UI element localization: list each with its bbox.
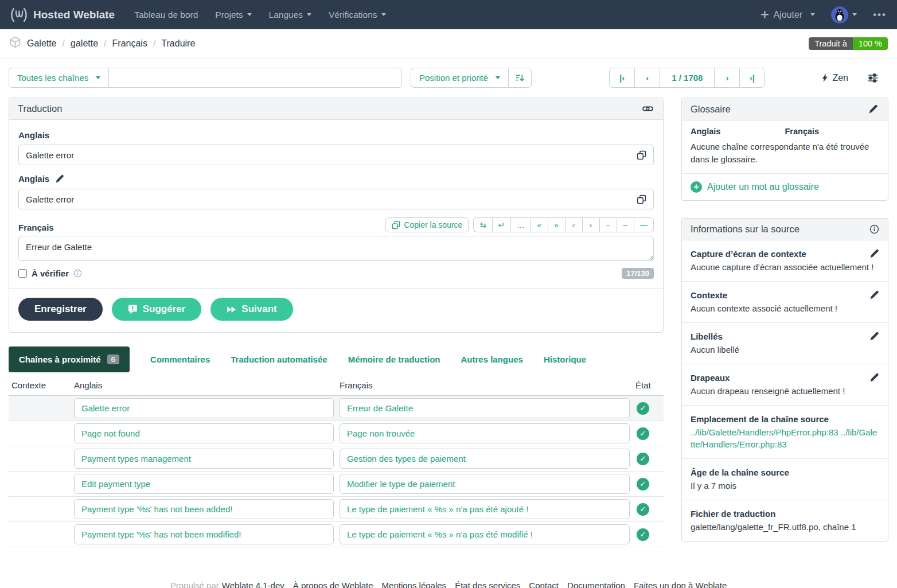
insert-emdash-button[interactable]: — (634, 217, 654, 232)
pencil-icon (870, 290, 879, 299)
tab-comments[interactable]: Commentaires (150, 355, 210, 364)
breadcrumb-action[interactable]: Traduire (161, 38, 195, 49)
next-page-button[interactable]: › (714, 68, 739, 88)
nearby-english-string[interactable]: Galette error (74, 398, 334, 418)
table-row: Edit payment type Modifier le type de pa… (9, 472, 664, 497)
breadcrumb-language[interactable]: Français (112, 38, 147, 49)
footer-documentation-link[interactable]: Documentation (567, 581, 625, 588)
footer-legal-link[interactable]: Mentions légales (382, 581, 447, 588)
insert-tab-button[interactable]: ⇆ (473, 217, 492, 232)
project-icon (9, 36, 21, 50)
nav-languages[interactable]: Langues (269, 10, 311, 20)
detail-tabs: Chaînes à proximité 6 Commentaires Tradu… (9, 346, 664, 372)
chevron-down-icon (247, 13, 252, 16)
editable-source-field[interactable]: Galette error (18, 189, 654, 209)
edit-glossary-pencil-button[interactable] (868, 103, 879, 115)
edit-labels-pencil-button[interactable] (869, 330, 880, 342)
add-glossary-term-link[interactable]: + Ajouter un mot au glossaire (682, 174, 888, 200)
fast-forward-icon (227, 306, 236, 313)
page-footer: Propulsé par Weblate 4.1-dev À propos de… (0, 581, 897, 588)
nav-checks[interactable]: Vérifications (329, 10, 385, 20)
editable-source-label: Anglais (18, 173, 654, 184)
first-page-button[interactable]: |‹ (609, 68, 634, 88)
breadcrumb-project[interactable]: Galette (27, 38, 57, 49)
insert-newline-button[interactable]: ↵ (492, 217, 510, 232)
source-info-flags: Drapeaux Aucun drapeau renseigné actuell… (682, 364, 888, 405)
copy-icon (637, 150, 646, 160)
nearby-english-string[interactable]: Edit payment type (74, 474, 334, 494)
next-button[interactable]: Suivant (210, 298, 292, 321)
breadcrumb-row: Galette / galette / Français / Traduire … (0, 29, 897, 59)
nearby-french-string[interactable]: Le type de paiement « %s » n'a pas été m… (340, 524, 630, 544)
table-row: Galette error Erreur de Galette ✓ (9, 396, 664, 421)
suggest-button[interactable]: Suggérer (112, 298, 202, 321)
glossary-column-headers: Anglais Français (682, 120, 888, 137)
settings-sliders-button[interactable] (868, 71, 878, 85)
copy-icon (392, 221, 400, 229)
footer-contact-link[interactable]: Contact (529, 581, 559, 588)
insert-laquo-button[interactable]: « (531, 217, 548, 232)
nearby-english-string[interactable]: Payment type '%s' has not been added! (74, 499, 334, 519)
translation-panel-title: Traduction (18, 103, 62, 114)
tab-history[interactable]: Historique (544, 355, 586, 364)
nav-dashboard[interactable]: Tableau de bord (134, 10, 198, 20)
string-filter-dropdown[interactable]: Toutes les chaînes (9, 68, 109, 88)
add-menu-button[interactable]: Ajouter (760, 10, 815, 20)
insert-lsaquo-button[interactable]: ‹ (565, 217, 582, 232)
insert-hyphen-button[interactable]: - (599, 217, 617, 232)
nearby-french-string[interactable]: Erreur de Galette (340, 398, 630, 418)
sort-order-dropdown[interactable]: Position et priorité (411, 68, 508, 88)
sort-direction-button[interactable] (508, 68, 532, 88)
nearby-french-string[interactable]: Modifier le type de paiement (340, 474, 630, 494)
weblate-version-link[interactable]: Weblate 4.1-dev (222, 581, 284, 588)
needs-editing-checkbox[interactable] (18, 269, 27, 278)
tab-nearby-strings[interactable]: Chaînes à proximité 6 (9, 346, 130, 372)
user-menu-button[interactable] (831, 6, 857, 24)
chevron-down-icon (810, 13, 815, 16)
footer-status-link[interactable]: État des services (455, 581, 520, 588)
edit-source-pencil-button[interactable] (54, 173, 65, 184)
copy-source-icon-button[interactable] (630, 147, 653, 163)
weblate-logo-icon[interactable] (10, 7, 28, 23)
user-avatar (831, 6, 848, 24)
tab-translation-memory[interactable]: Mémoire de traduction (348, 355, 440, 364)
nearby-english-string[interactable]: Page not found (74, 423, 334, 443)
edit-screenshot-pencil-button[interactable] (869, 248, 880, 259)
nearby-french-string[interactable]: Le type de paiement « %s » n'a pas été a… (340, 499, 630, 519)
footer-donate-link[interactable]: Faites un don à Weblate (634, 581, 727, 588)
zen-mode-button[interactable]: Zen (822, 71, 848, 85)
overflow-menu-button[interactable]: ••• (873, 9, 887, 21)
previous-page-button[interactable]: ‹ (634, 68, 660, 88)
tab-other-languages[interactable]: Autres langues (461, 355, 523, 364)
insert-ellipsis-button[interactable]: … (510, 217, 531, 232)
insert-endash-button[interactable]: – (617, 217, 634, 232)
brand-title[interactable]: Hosted Weblate (33, 9, 115, 21)
edit-flags-pencil-button[interactable] (869, 372, 880, 383)
nearby-english-string[interactable]: Payment types management (74, 449, 334, 469)
insert-rsaquo-button[interactable]: › (582, 217, 599, 232)
last-page-button[interactable]: ›| (739, 68, 765, 88)
tab-machine-translation[interactable]: Traduction automatisée (231, 355, 327, 364)
needs-editing-label[interactable]: À vérifier (32, 268, 69, 278)
edit-context-pencil-button[interactable] (869, 289, 880, 301)
permalink-button[interactable] (641, 104, 654, 114)
breadcrumb-component[interactable]: galette (71, 38, 98, 49)
copy-source-button[interactable]: Copier la source (385, 217, 469, 232)
nearby-english-string[interactable]: Payment type '%s' has not been modified! (74, 524, 334, 544)
copy-source-icon-button[interactable] (630, 191, 653, 208)
chevron-down-icon (381, 13, 386, 16)
search-input[interactable] (109, 68, 402, 88)
translation-textarea[interactable]: Erreur de Galette (18, 236, 654, 261)
save-button[interactable]: Enregistrer (18, 298, 103, 321)
translated-label: Traduit à (809, 37, 853, 50)
source-location-link[interactable]: ../lib/Galette/Handlers/PhpError.php:83 … (691, 426, 879, 450)
nearby-french-string[interactable]: Gestion des types de paiement (340, 449, 630, 469)
source-info-age: Âge de la chaîne source Il y a 7 mois (682, 458, 888, 500)
insert-raquo-button[interactable]: » (548, 217, 565, 232)
state-translated-icon: ✓ (637, 402, 649, 415)
footer-about-link[interactable]: À propos de Weblate (293, 581, 373, 588)
source-string-field: Galette error (18, 145, 654, 165)
state-translated-icon: ✓ (637, 427, 649, 440)
nav-projects[interactable]: Projets (215, 10, 251, 20)
nearby-french-string[interactable]: Page non trouvée (340, 423, 630, 443)
